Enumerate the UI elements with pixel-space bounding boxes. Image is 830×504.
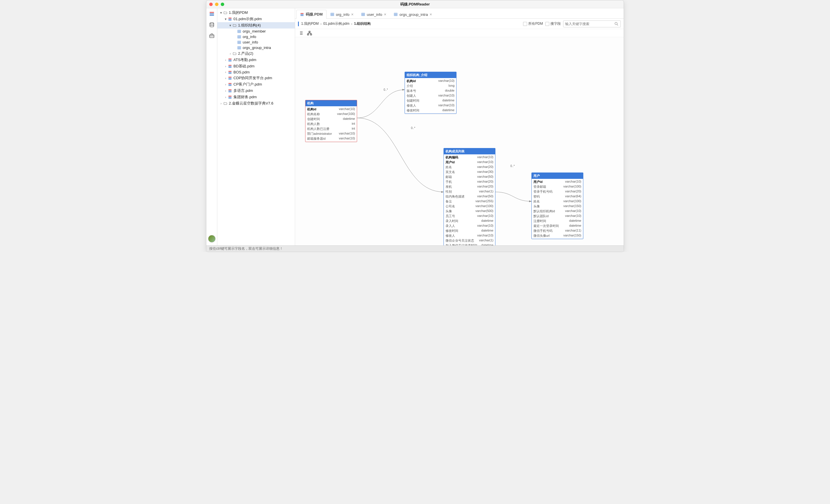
erd-column[interactable]: 机构idvarchar(10) bbox=[405, 79, 456, 83]
erd-column[interactable]: 微信手机号码varchar(11) bbox=[532, 228, 583, 233]
expand-icon[interactable]: ▼ bbox=[224, 18, 228, 21]
erd-column[interactable]: 机构人数已注册int bbox=[306, 127, 357, 131]
erd-column[interactable]: 介绍long bbox=[405, 83, 456, 89]
erd-table[interactable]: 组织机构_介绍机构idvarchar(10)介绍long版本号double创建人… bbox=[405, 72, 456, 114]
expand-icon[interactable]: › bbox=[224, 89, 228, 93]
database-icon[interactable] bbox=[209, 22, 215, 28]
erd-table[interactable]: 机构成员列表机构编码varchar(10)用户idvarchar(10)姓名va… bbox=[444, 148, 496, 245]
tree-item[interactable]: ›2.产品(2) bbox=[217, 51, 295, 57]
erd-column[interactable]: 默认团队idvarchar(10) bbox=[532, 214, 583, 219]
search-input[interactable] bbox=[565, 22, 612, 26]
window-maximize-icon[interactable] bbox=[221, 3, 224, 6]
window-close-icon[interactable] bbox=[209, 3, 213, 6]
erd-column[interactable]: 创建人varchar(10) bbox=[405, 93, 456, 98]
sidebar-tree[interactable]: ▼1.我的PDM▼01.pdm示例.pdm▼1.组织结构(4)orgs_memb… bbox=[217, 8, 295, 245]
search-icon[interactable] bbox=[614, 22, 619, 26]
close-icon[interactable]: × bbox=[430, 12, 432, 17]
erd-column[interactable]: 邮箱服务器idvarchar(10) bbox=[306, 136, 357, 141]
table-view-icon[interactable] bbox=[209, 11, 215, 17]
tree-item[interactable]: ▼1.组织结构(4) bbox=[217, 22, 295, 29]
erd-table[interactable]: 机构机构idvarchar(10)机构名称varchar(100)创建时间dat… bbox=[305, 100, 357, 142]
erd-column[interactable]: 备注varchar(255) bbox=[444, 199, 495, 204]
erd-column[interactable]: 录入时间datetime bbox=[444, 219, 495, 224]
erd-column[interactable]: 公司名varchar(100) bbox=[444, 204, 495, 209]
erd-column[interactable]: 录入人varchar(10) bbox=[444, 224, 495, 228]
erd-column[interactable]: 创建时间datetime bbox=[405, 98, 456, 103]
erd-column[interactable]: 修改人varchar(10) bbox=[405, 103, 456, 108]
erd-column[interactable]: 登录邮箱varchar(100) bbox=[532, 184, 583, 189]
close-icon[interactable]: × bbox=[384, 12, 386, 17]
breadcrumb-item[interactable]: 1.我的PDM bbox=[301, 21, 319, 26]
expand-icon[interactable]: › bbox=[224, 77, 228, 80]
tree-item[interactable]: ›多语言.pdm bbox=[217, 88, 295, 94]
filter-all-pdm-checkbox[interactable]: 所有PDM bbox=[523, 21, 543, 26]
erd-column[interactable]: 用户idvarchar(10) bbox=[444, 160, 495, 165]
erd-column[interactable]: 创建时间datetime bbox=[306, 116, 357, 122]
expand-icon[interactable]: › bbox=[224, 83, 228, 86]
tree-item[interactable]: ›BD基础.pdm bbox=[217, 63, 295, 69]
tree-item[interactable]: org_info bbox=[217, 34, 295, 39]
expand-icon[interactable]: › bbox=[228, 52, 232, 55]
breadcrumb-item[interactable]: 1.组织结构 bbox=[354, 21, 371, 26]
erd-column[interactable]: 修改时间datetime bbox=[405, 108, 456, 113]
diagram-view-icon[interactable] bbox=[307, 30, 312, 36]
erd-column[interactable]: 机构编码varchar(10) bbox=[444, 155, 495, 160]
filter-search-fields-checkbox[interactable]: 搜字段 bbox=[545, 21, 561, 26]
erd-column[interactable]: 性别varchar(1) bbox=[444, 189, 495, 194]
expand-icon[interactable]: › bbox=[224, 96, 228, 99]
erd-column[interactable]: 组内角色描述varchar(50) bbox=[444, 194, 495, 199]
expand-icon[interactable]: › bbox=[224, 65, 228, 68]
tree-item[interactable]: ›2.金蝶云星空数据字典V7.6 bbox=[217, 100, 295, 107]
erd-column[interactable]: 英文名varchar(30) bbox=[444, 170, 495, 174]
erd-column[interactable]: 姓名varchar(20) bbox=[444, 165, 495, 170]
erd-column[interactable]: 修改时间datetime bbox=[444, 228, 495, 233]
list-view-icon[interactable] bbox=[298, 30, 304, 36]
tree-item[interactable]: ›BOS.pdm bbox=[217, 69, 295, 75]
erd-table[interactable]: 用户用户idvarchar(10)登录邮箱varchar(100)登录手机号码v… bbox=[532, 172, 583, 239]
tree-item[interactable]: ▼01.pdm示例.pdm bbox=[217, 16, 295, 22]
close-icon[interactable]: × bbox=[351, 12, 353, 17]
search-box[interactable] bbox=[563, 21, 621, 27]
erd-column[interactable]: 登录手机号码varchar(20) bbox=[532, 189, 583, 194]
tab[interactable]: 码猿.PDM bbox=[296, 10, 326, 19]
erd-column[interactable]: 注册时间datetime bbox=[532, 219, 583, 224]
erd-column[interactable]: 手机varchar(20) bbox=[444, 179, 495, 184]
erd-column[interactable]: 头像varchar(500) bbox=[444, 209, 495, 214]
erd-column[interactable]: 微信企业号关注状态varchar(1) bbox=[444, 238, 495, 243]
expand-icon[interactable]: › bbox=[219, 102, 223, 105]
expand-icon[interactable]: › bbox=[224, 71, 228, 74]
breadcrumb[interactable]: 1.我的PDM01.pdm示例.pdm1.组织结构 bbox=[301, 21, 371, 26]
erd-column[interactable]: 座机varchar(20) bbox=[444, 184, 495, 189]
tree-item[interactable]: orgs_member bbox=[217, 29, 295, 34]
erd-column[interactable]: 机构名称varchar(100) bbox=[306, 112, 357, 116]
breadcrumb-item[interactable]: 01.pdm示例.pdm bbox=[323, 21, 350, 26]
tree-item[interactable]: ›集团财务.pdm bbox=[217, 94, 295, 100]
window-minimize-icon[interactable] bbox=[215, 3, 219, 6]
erd-column[interactable]: 机构idvarchar(10) bbox=[306, 107, 357, 112]
erd-column[interactable]: 版本号double bbox=[405, 89, 456, 93]
erd-column[interactable]: 修改人varchar(10) bbox=[444, 233, 495, 238]
erd-column[interactable]: 默认组织机构idvarchar(10) bbox=[532, 209, 583, 214]
tree-item[interactable]: ▼1.我的PDM bbox=[217, 9, 295, 16]
erd-column[interactable]: 密码varchar(64) bbox=[532, 194, 583, 199]
tree-item[interactable]: ›CDP协同开发平台.pdm bbox=[217, 75, 295, 81]
expand-icon[interactable]: › bbox=[224, 59, 228, 62]
tree-item[interactable]: ›CP客户门户.pdm bbox=[217, 81, 295, 88]
toolbox-icon[interactable] bbox=[209, 33, 215, 39]
tree-item[interactable]: orgs_group_intra bbox=[217, 45, 295, 51]
erd-column[interactable]: 机构人数int bbox=[306, 122, 357, 127]
erd-column[interactable]: 姓名varchar(100) bbox=[532, 199, 583, 204]
erd-column[interactable]: 头像varchar(150) bbox=[532, 204, 583, 209]
erd-column[interactable]: 邮箱varchar(50) bbox=[444, 174, 495, 179]
tree-item[interactable]: ›ATS考勤.pdm bbox=[217, 57, 295, 63]
erd-column[interactable]: 员工号varchar(10) bbox=[444, 214, 495, 219]
erd-column[interactable]: 最近一次登录时间datetime bbox=[532, 224, 583, 228]
erd-column[interactable]: 加入微信关注状态时间datetime bbox=[444, 243, 495, 245]
user-avatar[interactable] bbox=[208, 235, 216, 242]
tab[interactable]: orgs_group_intra× bbox=[390, 10, 436, 19]
expand-icon[interactable]: ▼ bbox=[219, 11, 223, 14]
erd-column[interactable]: 部门administratorvarchar(10) bbox=[306, 131, 357, 136]
erd-column[interactable]: 微信头像urlvarchar(150) bbox=[532, 233, 583, 238]
expand-icon[interactable]: ▼ bbox=[228, 24, 232, 27]
erd-column[interactable]: 用户idvarchar(10) bbox=[532, 179, 583, 184]
